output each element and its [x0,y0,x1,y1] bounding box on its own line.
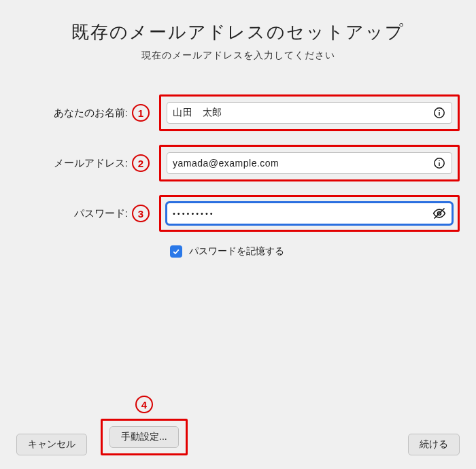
remember-row: パスワードを記憶する [170,245,460,258]
page-title: 既存のメールアドレスのセットアップ [16,20,460,44]
name-input[interactable] [173,103,432,123]
badge-3: 3 [132,205,150,222]
continue-button[interactable]: 続ける [408,434,460,455]
badge-1: 1 [132,104,150,122]
badge-2: 2 [132,154,150,172]
eye-off-icon[interactable] [432,207,446,220]
svg-point-4 [439,160,439,161]
info-icon[interactable] [432,156,446,170]
manual-block: 4 手動設定... [101,396,188,455]
footer: キャンセル 4 手動設定... 続ける [16,396,460,455]
manual-config-button[interactable]: 手動設定... [109,426,179,448]
remember-label: パスワードを記憶する [189,245,284,258]
setup-form: あなたのお名前: 1 メールアドレス: 2 [16,94,460,258]
password-input-shell[interactable] [167,203,452,224]
row-password: パスワード: 3 [16,195,460,232]
row-email: メールアドレス: 2 [16,145,460,181]
email-input[interactable] [173,153,432,173]
email-input-shell[interactable] [167,152,452,174]
name-input-shell[interactable] [167,102,452,124]
remember-checkbox[interactable] [170,245,182,258]
highlight-email [159,145,460,181]
svg-point-1 [439,110,439,111]
badge-4: 4 [135,396,153,413]
row-name: あなたのお名前: 1 [16,94,460,131]
info-icon[interactable] [432,106,446,120]
highlight-manual: 手動設定... [101,419,188,455]
highlight-password [159,195,460,232]
cancel-button[interactable]: キャンセル [16,434,87,455]
label-email: メールアドレス: [16,157,132,170]
page-subtitle: 現在のメールアドレスを入力してください [16,50,460,62]
label-password: パスワード: [16,207,132,220]
password-input[interactable] [173,203,432,224]
label-name: あなたのお名前: [16,107,132,120]
highlight-name [159,94,460,131]
